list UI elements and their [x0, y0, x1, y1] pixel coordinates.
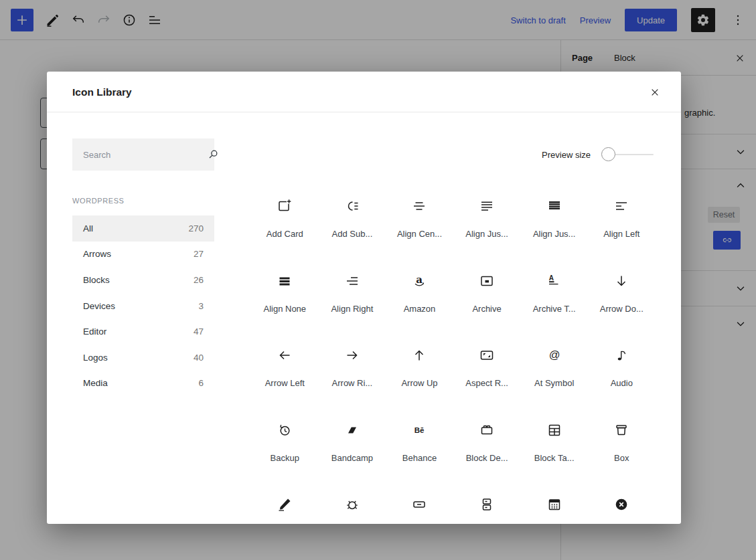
icon-cell-audio[interactable]: Audio [588, 333, 656, 407]
icon-cell-align-center[interactable]: Align Cen... [386, 183, 453, 258]
cancel-circle-icon [613, 496, 629, 512]
icon-cell-behance[interactable]: BēBehance [386, 407, 453, 482]
icon-cell-align-right[interactable]: Align Right [319, 258, 386, 333]
category-item-all[interactable]: All270 [72, 215, 214, 242]
icon-cell-calendar[interactable] [520, 482, 588, 524]
align-none-icon [277, 273, 293, 289]
icon-label: Box [614, 453, 629, 463]
category-label: All [83, 223, 93, 234]
category-list: All270Arrows27Blocks26Devices3Editor47Lo… [72, 215, 214, 396]
add-card-icon [277, 198, 293, 214]
icon-cell-archive-title[interactable]: AArchive T... [520, 258, 588, 333]
icon-cell-at-symbol[interactable]: @At Symbol [520, 333, 588, 407]
icon-cell-arrow-left[interactable]: Arrow Left [251, 333, 319, 407]
category-item-media[interactable]: Media6 [72, 371, 214, 397]
archive-title-icon: A [546, 273, 562, 289]
icon-cell-backup[interactable]: Backup [251, 407, 319, 482]
icon-label: Align Left [603, 229, 639, 239]
icon-label: Align Right [331, 304, 373, 314]
icon-cell-bandcamp[interactable]: Bandcamp [319, 407, 386, 482]
icon-label: Amazon [404, 304, 436, 314]
modal-title: Icon Library [72, 72, 132, 112]
box-icon [613, 422, 629, 438]
icon-label: Aspect R... [465, 378, 508, 388]
brush-icon [277, 496, 293, 512]
block-table-icon [546, 422, 562, 438]
align-right-icon [344, 273, 360, 289]
icon-label: Block De... [466, 453, 508, 463]
icon-cell-amazon[interactable]: aAmazon [386, 258, 453, 333]
category-label: Media [83, 378, 108, 388]
modal-close-button[interactable] [648, 85, 662, 100]
icon-cell-add-card[interactable]: Add Card [251, 183, 319, 258]
search-box [72, 138, 214, 171]
icon-cell-brush[interactable] [251, 482, 319, 524]
editor-screen: Switch to draft Preview Update Page Bloc… [0, 0, 756, 560]
arrow-left-icon [277, 347, 293, 363]
behance-icon: Bē [411, 422, 427, 438]
icon-grid: Add CardAdd Sub...Align Cen...Align Jus.… [251, 183, 656, 524]
svg-text:Bē: Bē [414, 426, 425, 434]
calendar-icon [546, 496, 562, 512]
slider-thumb[interactable] [601, 147, 615, 161]
icon-label: At Symbol [534, 378, 574, 388]
amazon-icon: a [411, 273, 427, 289]
icon-label: Arrow Left [265, 378, 305, 388]
icon-cell-cancel-circle[interactable] [588, 482, 656, 524]
category-label: Editor [83, 326, 106, 337]
icon-cell-arrow-right[interactable]: Arrow Ri... [319, 333, 386, 407]
icon-cell-align-none[interactable]: Align None [251, 258, 319, 333]
block-default-icon [479, 422, 495, 438]
icon-cell-block-table[interactable]: Block Ta... [520, 407, 588, 482]
preview-size-label: Preview size [542, 150, 591, 160]
icon-cell-arrow-up[interactable]: Arrow Up [386, 333, 453, 407]
button-icon [411, 496, 427, 512]
align-center-icon [411, 198, 427, 214]
category-item-devices[interactable]: Devices3 [72, 293, 214, 319]
icon-cell-archive[interactable]: Archive [453, 258, 521, 333]
archive-icon [479, 273, 495, 289]
category-count: 47 [194, 326, 204, 337]
at-symbol-icon: @ [546, 347, 562, 363]
category-item-arrows[interactable]: Arrows27 [72, 242, 214, 268]
icon-label: Align Jus... [533, 229, 576, 239]
icon-cell-box[interactable]: Box [588, 407, 656, 482]
category-label: Arrows [83, 249, 111, 259]
icon-label: Block Ta... [534, 453, 575, 463]
icon-label: Archive [472, 304, 501, 314]
icon-cell-add-submenu[interactable]: Add Sub... [319, 183, 386, 258]
search-input[interactable] [72, 138, 206, 171]
icon-cell-block-default[interactable]: Block De... [453, 407, 521, 482]
icon-cell-align-justify[interactable]: Align Jus... [453, 183, 521, 258]
categories-heading: WORDPRESS [72, 197, 125, 205]
category-item-editor[interactable]: Editor47 [72, 318, 214, 345]
modal-header: Icon Library [47, 72, 681, 112]
arrow-right-icon [344, 347, 360, 363]
icon-label: Align None [263, 304, 306, 314]
arrow-up-icon [411, 347, 427, 363]
category-label: Devices [83, 301, 115, 311]
category-item-blocks[interactable]: Blocks26 [72, 267, 214, 293]
icon-cell-button[interactable] [386, 482, 453, 524]
category-item-logos[interactable]: Logos40 [72, 345, 214, 371]
aspect-ratio-icon [479, 347, 495, 363]
icon-cell-align-justify-filled[interactable]: Align Jus... [520, 183, 588, 258]
icon-label: Arrow Do... [600, 304, 644, 314]
svg-text:@: @ [548, 349, 560, 361]
category-count: 6 [198, 378, 204, 388]
search-icon [206, 148, 220, 161]
icon-label: Align Jus... [465, 229, 508, 239]
bug-icon [344, 496, 360, 512]
icon-cell-buttons[interactable] [453, 482, 521, 524]
category-label: Logos [83, 353, 108, 363]
icon-cell-aspect-ratio[interactable]: Aspect R... [453, 333, 521, 407]
category-label: Blocks [83, 275, 110, 285]
icon-label: Arrow Ri... [332, 378, 373, 388]
icon-cell-bug[interactable] [319, 482, 386, 524]
icon-cell-align-left[interactable]: Align Left [588, 183, 656, 258]
preview-size-slider[interactable] [602, 148, 654, 161]
category-count: 3 [198, 301, 204, 311]
align-justify-icon [479, 198, 495, 214]
icon-cell-arrow-down[interactable]: Arrow Do... [588, 258, 656, 333]
preview-size-control: Preview size [542, 138, 654, 171]
